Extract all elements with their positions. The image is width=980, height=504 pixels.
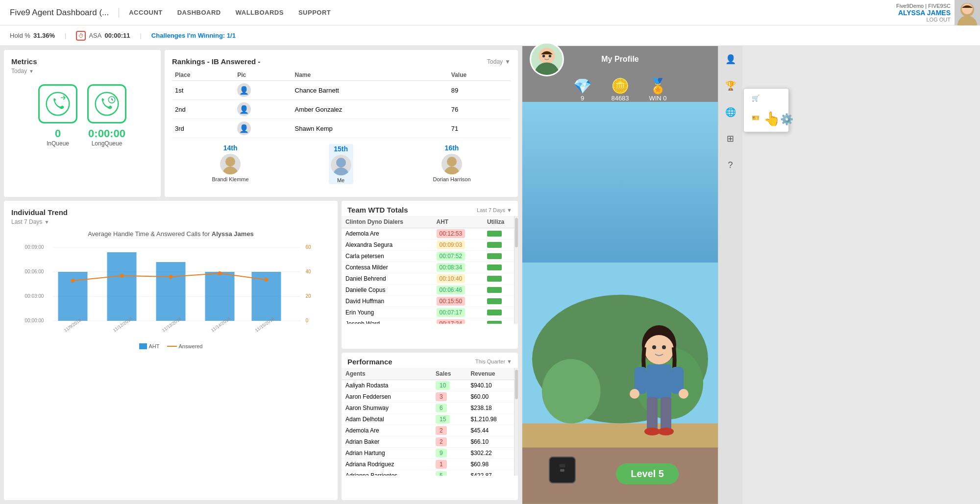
- table-row: Joseph Ward 00:17:24: [342, 318, 518, 324]
- performance-dropdown-arrow[interactable]: ▼: [507, 359, 512, 364]
- team-row-aht: 00:06:46: [433, 285, 483, 296]
- team-dropdown-arrow[interactable]: ▼: [507, 207, 512, 213]
- podium-row: 14th Brandi Klemme 15th Me: [172, 144, 511, 184]
- svg-text:20: 20: [306, 293, 312, 299]
- team-row-aht: 00:09:03: [433, 240, 483, 251]
- podium-name-me: Me: [331, 177, 351, 183]
- svg-text:40: 40: [306, 269, 312, 274]
- team-row-aht: 00:15:50: [433, 296, 483, 307]
- trend-chart: 00:09:00 00:06:00 00:03:00 00:00:00 60 4…: [11, 241, 330, 339]
- nav-account[interactable]: ACCOUNT: [129, 9, 163, 16]
- team-row-aht: 00:07:17: [433, 307, 483, 318]
- perf-scrollbar-thumb: [515, 370, 518, 399]
- svg-point-11: [444, 167, 460, 174]
- podium-rank: 16th: [433, 144, 471, 152]
- legend-aht: AHT: [139, 343, 160, 349]
- team-row-name: Daniel Behrend: [342, 273, 433, 285]
- user-demo: Five9Demo | FIVE9SC: [896, 3, 951, 9]
- team-row-util: [483, 262, 518, 273]
- status-bar: Hold % 31.36% | ⏱ ASA 00:00:11 | Challen…: [0, 25, 980, 46]
- hold-pct-item: Hold % 31.36%: [10, 32, 55, 39]
- team-row-name: Contessa Milder: [342, 262, 433, 273]
- rankings-dropdown-arrow[interactable]: ▼: [505, 58, 511, 65]
- grid-icon[interactable]: ⊞: [722, 130, 739, 147]
- svg-point-2: [962, 3, 973, 14]
- perf-scrollbar[interactable]: [514, 368, 518, 476]
- trophy-sidebar-icon[interactable]: 🏆: [722, 77, 739, 94]
- asa-label: ASA: [89, 32, 101, 39]
- perf-row-name: Adrian Hartung: [342, 447, 432, 458]
- team-row-util: [483, 273, 518, 285]
- cart-icon: 🛒: [752, 95, 760, 102]
- chart-title: Average Handle Time & Answered Calls for…: [11, 230, 330, 238]
- table-row: Daniel Behrend 00:10:40: [342, 273, 518, 285]
- globe-icon[interactable]: 🌐: [722, 104, 739, 120]
- performance-title: Performance: [347, 358, 392, 366]
- team-table: Clinton Dyno Dialers AHT Utiliza Ademola…: [342, 216, 518, 324]
- svg-point-59: [658, 428, 674, 435]
- nav-dashboard[interactable]: DASHBOARD: [177, 9, 221, 16]
- perf-row-revenue: $940.10: [466, 380, 518, 391]
- svg-point-9: [333, 168, 349, 175]
- svg-text:0: 0: [306, 318, 309, 323]
- perf-row-sales: 5: [432, 470, 466, 476]
- team-row-name: Erin Young: [342, 307, 433, 318]
- team-scrollbar[interactable]: [514, 216, 518, 324]
- svg-point-33: [265, 278, 269, 282]
- svg-point-60: [630, 389, 639, 399]
- logout-link[interactable]: LOG OUT: [896, 17, 951, 23]
- inqueue-icon-container: [38, 84, 77, 123]
- podium-item-me: 15th Me: [329, 144, 353, 184]
- team-wtd-card: Team WTD Totals Last 7 Days ▼ Clinton Dy…: [342, 201, 518, 349]
- rankings-period: Today ▼: [487, 58, 511, 65]
- perf-row-name: Adrian Baker: [342, 436, 432, 447]
- nav-support[interactable]: SUPPORT: [298, 9, 331, 16]
- table-row: Ademola Are 00:12:53: [342, 228, 518, 240]
- svg-point-52: [662, 345, 666, 349]
- legend-aht-color: [139, 343, 147, 349]
- perf-row-sales: 2: [432, 425, 466, 436]
- profile-diamond-stat: 💎 9: [573, 77, 591, 102]
- character-container: [620, 318, 698, 455]
- perf-row-revenue: $302.22: [466, 447, 518, 458]
- perf-row-name: Aaliyah Rodasta: [342, 380, 432, 391]
- legend-answered-line: [167, 346, 177, 347]
- team-row-name: David Huffman: [342, 296, 433, 307]
- help-icon[interactable]: ?: [722, 157, 739, 173]
- perf-row-name: Adam Delhotal: [342, 413, 432, 425]
- phone-clock-icon: [95, 92, 119, 116]
- metrics-dropdown-arrow[interactable]: ▼: [29, 69, 34, 74]
- rank-value: 89: [448, 81, 511, 100]
- backpack-icon[interactable]: [549, 456, 576, 483]
- perf-col-sales: Sales: [432, 368, 466, 380]
- trend-dropdown-arrow[interactable]: ▼: [44, 219, 49, 225]
- divider1: |: [65, 32, 66, 39]
- svg-rect-26: [156, 262, 186, 321]
- table-row: Carla petersen 00:07:52: [342, 251, 518, 262]
- profile-coin-stat: 🪙 84683: [611, 77, 629, 102]
- perf-row-name: Adriana Rodriguez: [342, 458, 432, 470]
- rank-place: 3rd: [172, 119, 234, 138]
- profile-stats-row: 💎 9 🪙 84683 🏅 WIN 0: [522, 72, 718, 102]
- timer-icon: ⏱: [76, 31, 86, 41]
- perf-col-revenue: Revenue: [466, 368, 518, 380]
- rankings-card: Rankings - IB Answered - Today ▼ Place P…: [165, 50, 518, 197]
- podium-item: 16th Dorian Harrison: [433, 144, 471, 184]
- perf-row-sales: 10: [432, 380, 466, 391]
- team-table-container: Clinton Dyno Dialers AHT Utiliza Ademola…: [342, 216, 518, 324]
- podium-name: Dorian Harrison: [433, 176, 471, 182]
- podium-rank: 15th: [331, 145, 351, 153]
- team-col-aht: AHT: [433, 216, 483, 228]
- nav-wallboards[interactable]: WALLBOARDS: [236, 9, 284, 16]
- inqueue-value: 0: [38, 127, 77, 140]
- table-row: Ademola Are 2 $45.44: [342, 425, 518, 436]
- podium-avatar-me: [331, 155, 351, 175]
- longqueue-metric: 0:00:00 LongQueue: [87, 84, 126, 147]
- profile-icon[interactable]: 👤: [722, 51, 739, 68]
- table-row: 1st 👤 Chance Barnett 89: [172, 81, 511, 100]
- trend-period: Last 7 Days ▼: [11, 218, 330, 225]
- settings-icon[interactable]: ⚙️: [780, 113, 793, 126]
- team-row-name: Danielle Copus: [342, 285, 433, 296]
- performance-table: Agents Sales Revenue Aaliyah Rodasta 10 …: [342, 368, 518, 476]
- context-menu-shop[interactable]: 🛒: [744, 91, 788, 106]
